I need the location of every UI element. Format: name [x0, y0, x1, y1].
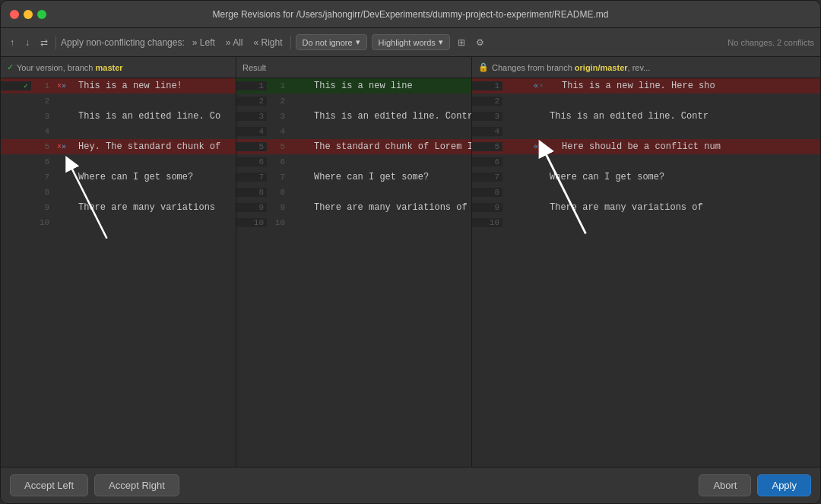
grid-icon-button[interactable]: ⊞: [455, 36, 468, 49]
accept-left-1-icon[interactable]: ✓: [24, 81, 28, 90]
left-row-8: 8: [1, 185, 236, 200]
gear-icon: ⚙: [476, 37, 484, 48]
ignore-dropdown-label: Do not ignore: [303, 38, 353, 47]
right-text-1: This is a new line. Here sho: [557, 81, 820, 91]
settings-button[interactable]: ⚙: [473, 36, 487, 49]
accept-left-button[interactable]: Accept Left: [10, 474, 88, 496]
left-text-3: This is an edited line. Co: [74, 111, 236, 122]
merge-icon: ⇄: [40, 37, 48, 48]
right-gutter-10: 10: [472, 218, 502, 227]
accept-right-button[interactable]: Accept Right: [94, 474, 179, 496]
up-arrow-icon: ↑: [10, 37, 14, 48]
result-panel-header: Result: [236, 57, 471, 78]
right-lnum-3: 3: [494, 112, 499, 121]
result-rnum-9: 9: [267, 203, 285, 212]
left-text-5: Hey. The standard chunk of: [74, 141, 236, 152]
apply-left-5-icon[interactable]: »: [62, 143, 66, 151]
up-button[interactable]: ↑: [7, 36, 17, 49]
left-linenum-3: 3: [31, 112, 49, 121]
left-linenum-9: 9: [31, 203, 49, 212]
left-row-9: 9 There are many variations: [1, 200, 236, 215]
result-gutter-l-9: 9: [236, 203, 267, 212]
separator-2: [290, 36, 291, 49]
left-linenum-10: 10: [31, 218, 49, 227]
apply-left-label: » Left: [192, 37, 215, 48]
right-lnum-9: 9: [494, 203, 499, 212]
result-row-3: 3 3 This is an edited line. Contra: [236, 109, 471, 124]
merge-icon-button[interactable]: ⇄: [37, 36, 51, 49]
apply-right-1-icon[interactable]: «: [534, 82, 538, 90]
right-controls-1: « ×: [521, 82, 557, 90]
result-row-4: 4 4: [236, 124, 471, 139]
right-row-7: 7 Where can I get some?: [472, 170, 820, 185]
result-row-2: 2 2: [236, 94, 471, 109]
title-bar: Merge Revisions for /Users/jahongirr/Dev…: [1, 1, 820, 28]
apply-left-button[interactable]: » Left: [189, 36, 218, 49]
right-gutter-6: 6: [472, 157, 502, 166]
right-text-9: There are many variations of: [545, 202, 820, 213]
right-row-4: 4: [472, 124, 820, 139]
result-lnum-6: 6: [258, 157, 264, 166]
apply-left-1-icon[interactable]: »: [62, 82, 66, 90]
result-gutter-l-1: 1: [236, 81, 267, 90]
result-lnum-10: 10: [254, 218, 264, 227]
bottom-bar: Accept Left Accept Right Abort Apply: [1, 467, 820, 503]
apply-right-button[interactable]: « Right: [251, 36, 286, 49]
result-row-9: 9 9 There are many variations of p: [236, 200, 471, 215]
left-row-3: 3 This is an edited line. Co: [1, 109, 236, 124]
maximize-button[interactable]: [37, 10, 46, 19]
apply-right-5-icon[interactable]: «: [534, 143, 538, 151]
result-lnum-4: 4: [258, 127, 264, 136]
result-text-7: Where can I get some?: [309, 172, 471, 182]
result-gutter-l-4: 4: [236, 127, 267, 136]
lock-icon: 🔒: [478, 62, 489, 72]
abort-button[interactable]: Abort: [699, 474, 751, 496]
right-gutter-3: 3: [472, 112, 502, 121]
toolbar: ↑ ↓ ⇄ Apply non-conflicting changes: » L…: [1, 28, 820, 57]
close-button[interactable]: [10, 10, 19, 19]
right-branch-name: origin/master: [575, 63, 628, 72]
ignore-dropdown[interactable]: Do not ignore ▾: [296, 34, 367, 50]
separator-1: [55, 36, 56, 49]
left-panel: ✓ Your version, branch master ✓ 1 × »: [1, 57, 236, 467]
right-lnum-7: 7: [494, 173, 499, 182]
window-title: Merge Revisions for /Users/jahongirr/Dev…: [213, 9, 609, 20]
bottom-left-buttons: Accept Left Accept Right: [10, 474, 179, 496]
left-row-7: 7 Where can I get some?: [1, 170, 236, 185]
right-gutter-8: 8: [472, 188, 502, 197]
right-gutter-9: 9: [472, 203, 502, 212]
result-gutter-l-6: 6: [236, 157, 267, 166]
apply-all-label: » All: [226, 37, 243, 48]
result-rnum-1: 1: [267, 81, 285, 90]
right-lnum-10: 10: [490, 218, 499, 227]
result-panel-label: Result: [242, 63, 266, 72]
result-gutter-l-10: 10: [236, 218, 267, 227]
minimize-button[interactable]: [24, 10, 33, 19]
right-lnum-8: 8: [494, 188, 499, 197]
result-row-7: 7 7 Where can I get some?: [236, 170, 471, 185]
right-lnum-2: 2: [494, 97, 499, 106]
right-text-5: Here should be a conflict num: [557, 141, 820, 152]
apply-all-button[interactable]: » All: [223, 36, 246, 49]
apply-button[interactable]: Apply: [757, 474, 811, 496]
result-lnum-3: 3: [258, 112, 264, 121]
result-row-6: 6 6: [236, 154, 471, 170]
result-gutter-l-8: 8: [236, 188, 267, 197]
highlight-words-dropdown[interactable]: Highlight words ▾: [372, 34, 450, 50]
left-controls-5: × »: [49, 143, 74, 151]
left-row-1: ✓ 1 × » This is a new line!: [1, 78, 236, 94]
down-button[interactable]: ↓: [22, 36, 33, 49]
right-row-2: 2: [472, 94, 820, 109]
result-panel: Result 1 1 This is a new line: [236, 57, 472, 467]
right-text-3: This is an edited line. Contr: [545, 111, 820, 122]
right-lines: 1 « × This is a new line. Here sho 2: [472, 78, 820, 230]
left-linenum-2: 2: [31, 97, 49, 106]
right-gutter-7: 7: [472, 173, 502, 182]
result-text-1: This is a new line: [309, 81, 471, 91]
bottom-right-buttons: Abort Apply: [699, 474, 811, 496]
right-row-3: 3 This is an edited line. Contr: [472, 109, 820, 124]
result-gutter-l-5: 5: [236, 142, 267, 151]
traffic-lights: [10, 10, 46, 19]
left-branch-name: master: [96, 63, 123, 72]
result-row-1: 1 1 This is a new line: [236, 78, 471, 94]
